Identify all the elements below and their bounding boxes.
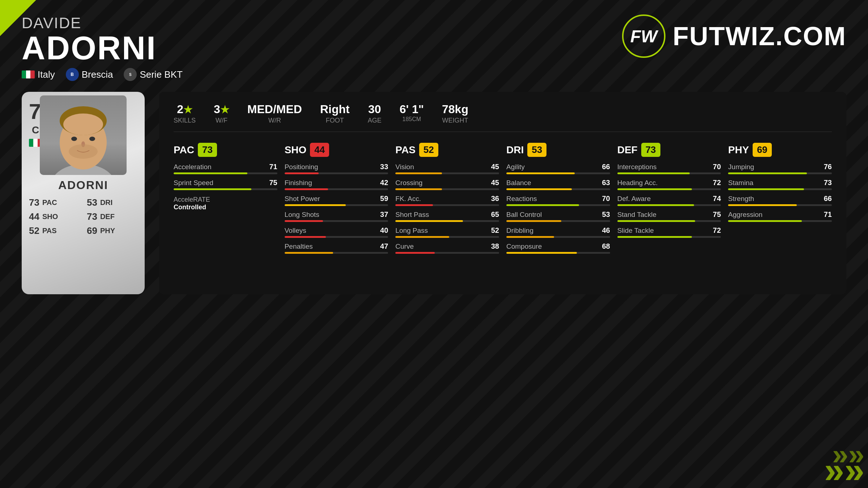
stat-bar-fill xyxy=(174,172,247,174)
card-sho-value: 44 xyxy=(29,211,39,222)
stat-value-label: 42 xyxy=(380,179,388,187)
stat-name-label: Stamina xyxy=(728,179,753,187)
height-block: 6' 1" 185CM xyxy=(400,103,424,124)
stat-bar-fill xyxy=(506,188,572,190)
stat-bar xyxy=(506,204,610,206)
stat-bar-fill xyxy=(285,220,323,222)
stat-bar xyxy=(174,188,277,190)
stat-row: Acceleration71 xyxy=(174,163,277,174)
stat-category-pac: PAC73Acceleration71Sprint Speed75AcceleR… xyxy=(174,143,277,258)
stat-row: Curve38 xyxy=(395,242,499,254)
stat-value-label: 45 xyxy=(491,163,499,171)
stat-value-label: 53 xyxy=(602,210,610,219)
stat-bar-fill xyxy=(285,252,333,254)
stat-bar-fill xyxy=(395,252,435,254)
stat-row: Jumping76 xyxy=(728,163,832,174)
stat-value-label: 72 xyxy=(713,226,721,235)
cat-name-phy: PHY xyxy=(728,144,749,156)
stat-value-label: 40 xyxy=(380,226,388,235)
stat-value-label: 70 xyxy=(602,194,610,203)
stat-name-label: Crossing xyxy=(395,179,422,187)
stat-value-label: 47 xyxy=(380,242,388,251)
skills-value: 2★ xyxy=(177,103,192,116)
stat-row: Shot Power59 xyxy=(285,194,388,206)
stat-bar xyxy=(395,220,499,222)
stat-row: FK. Acc.36 xyxy=(395,194,499,206)
stat-value-label: 73 xyxy=(824,179,832,187)
accelrate-label: AcceleRATE xyxy=(174,196,210,203)
stat-value-label: 71 xyxy=(824,210,832,219)
stat-row: Balance63 xyxy=(506,179,610,190)
stat-category-sho: SHO44Positioning33Finishing42Shot Power5… xyxy=(285,143,388,258)
stat-row: Short Pass65 xyxy=(395,210,499,222)
stat-bar xyxy=(285,172,388,174)
card-stat-pac: 73 PAC xyxy=(29,197,80,208)
stat-value-label: 52 xyxy=(491,226,499,235)
stat-bar xyxy=(617,188,721,190)
stat-bar-fill xyxy=(506,252,577,254)
wr-value: MED/MED xyxy=(247,103,302,116)
stat-value-label: 45 xyxy=(491,179,499,187)
stat-bar xyxy=(395,252,499,254)
stat-bar xyxy=(617,236,721,238)
cat-name-pac: PAC xyxy=(174,144,194,156)
stat-row: Agility66 xyxy=(506,163,610,174)
stat-name-label: Vision xyxy=(395,163,414,171)
stat-bar-fill xyxy=(506,172,575,174)
cat-header-dri: DRI53 xyxy=(506,143,610,157)
stat-bar-fill xyxy=(395,188,442,190)
stat-value-label: 46 xyxy=(602,226,610,235)
player-first-name: DAVIDE xyxy=(22,14,183,32)
stat-bar-fill xyxy=(617,188,692,190)
stat-value-label: 75 xyxy=(269,179,277,187)
club-label: Brescia xyxy=(82,69,113,80)
stat-bar xyxy=(617,172,721,174)
stat-bar xyxy=(728,204,832,206)
stat-name-label: Positioning xyxy=(285,163,318,171)
svg-point-5 xyxy=(71,137,77,141)
wf-value: 3★ xyxy=(214,103,229,116)
club-badge-icon: B xyxy=(66,68,79,81)
stat-name-label: Slide Tackle xyxy=(617,227,654,235)
stat-name-label: Shot Power xyxy=(285,195,320,203)
cat-name-def: DEF xyxy=(617,144,638,156)
stat-bar-fill xyxy=(285,204,346,206)
logo-circle-icon: FW xyxy=(622,14,665,58)
stat-bar-fill xyxy=(617,236,692,238)
league-label: Serie BKT xyxy=(140,69,183,80)
stat-row: Volleys40 xyxy=(285,226,388,238)
league-item: S Serie BKT xyxy=(124,68,183,81)
skills-label: SKILLS xyxy=(174,117,196,124)
stat-bar-fill xyxy=(174,188,251,190)
stat-name-label: Balance xyxy=(506,179,531,187)
player-meta-info: Italy B Brescia S Serie BKT xyxy=(22,68,183,81)
svg-point-4 xyxy=(63,114,103,135)
card-pac-value: 73 xyxy=(29,197,39,208)
card-pac-label: PAC xyxy=(42,198,57,207)
brand-name: FUTWIZ.COM xyxy=(673,21,846,51)
stat-name-label: FK. Acc. xyxy=(395,195,421,203)
card-pas-label: PAS xyxy=(42,227,57,235)
stat-bar-fill xyxy=(506,236,554,238)
stat-bar xyxy=(506,252,610,254)
stat-value-label: 76 xyxy=(824,163,832,171)
wf-block: 3★ W/F xyxy=(214,103,229,124)
skills-star-icon: ★ xyxy=(183,104,192,115)
nationality-label: Italy xyxy=(38,69,55,80)
stat-bar xyxy=(617,204,721,206)
cat-header-def: DEF73 xyxy=(617,143,721,157)
stat-row: Interceptions70 xyxy=(617,163,721,174)
stat-name-label: Ball Control xyxy=(506,211,542,219)
card-stat-def: 73 DEF xyxy=(87,211,137,222)
weight-block: 78kg WEIGHT xyxy=(442,103,468,124)
stat-bar xyxy=(395,236,499,238)
wr-label: W/R xyxy=(268,117,281,124)
stat-row: Ball Control53 xyxy=(506,210,610,222)
stat-name-label: Penalties xyxy=(285,243,313,251)
stat-name-label: Long Pass xyxy=(395,227,428,235)
stat-bar xyxy=(285,236,388,238)
stat-bar-fill xyxy=(728,220,802,222)
wr-block: MED/MED W/R xyxy=(247,103,302,124)
accelrate-value: Controlled xyxy=(174,204,206,211)
foot-block: Right FOOT xyxy=(320,103,350,124)
